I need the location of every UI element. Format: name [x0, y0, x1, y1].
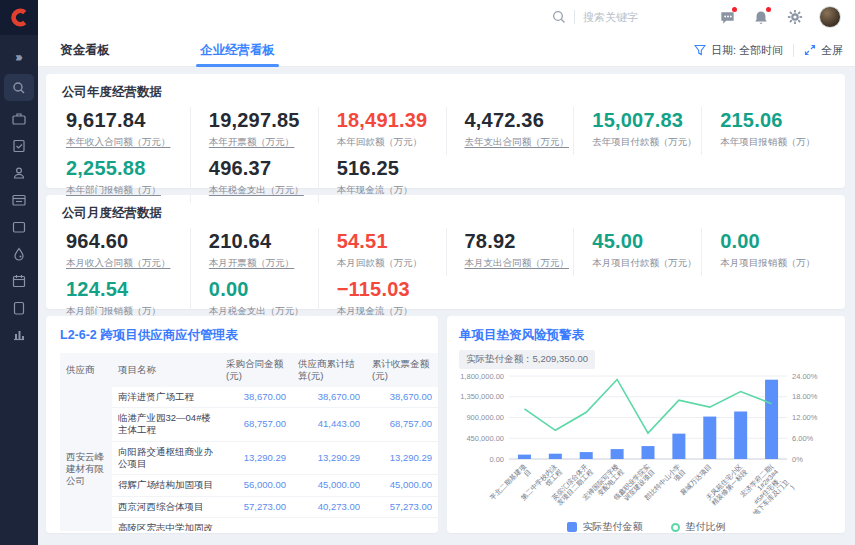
fullscreen-button[interactable]: 全屏: [804, 43, 843, 58]
topbar: [38, 0, 855, 34]
kpi-label[interactable]: 去年支出合同额（万元）: [465, 136, 574, 149]
kpi-item: 496.37本年税金支出（万元）: [190, 155, 318, 203]
kpi-value: 78.92: [465, 230, 574, 253]
sidebar-item-id-card[interactable]: [4, 186, 34, 213]
amount-cell: 38,670.00: [292, 387, 366, 408]
dashboard-tabbar: 资金看板 企业经营看板 日期: 全部时间: [38, 34, 855, 67]
bar: [611, 449, 624, 459]
table-row[interactable]: 得辉广场结构加固项目56,000.0045,000.0045,000.0033,…: [60, 475, 438, 496]
kpi-label[interactable]: 本月开票额（万元）: [209, 257, 318, 270]
legend-item-amount[interactable]: 实际垫付金额: [567, 520, 643, 533]
alerts-button[interactable]: [751, 7, 771, 27]
supplier-table-title: L2-6-2 跨项目供应商应付管理表: [60, 327, 438, 344]
kpi-item: 516.25本年现金流（万）: [318, 155, 446, 203]
table-header-cell: 项目名称: [112, 353, 220, 387]
annual-kpi-grid: 9,617.84本年收入合同额（万元）19,297.85本年开票额（万元）18,…: [62, 107, 829, 203]
advance-risk-chart[interactable]: 0.000%450,000.006.00%900,000.0012.00%1,3…: [459, 369, 825, 514]
bar: [734, 412, 747, 459]
messages-button[interactable]: [717, 7, 737, 27]
global-search[interactable]: [552, 10, 663, 24]
clipboard-check-icon: [11, 138, 27, 154]
bar: [642, 446, 655, 459]
gear-icon: [787, 9, 803, 25]
kpi-label[interactable]: 本年部门报销额（万）: [66, 184, 190, 197]
amount-cell: 45,000.00: [292, 475, 366, 496]
kpi-label[interactable]: 本年税金支出（万元）: [209, 184, 318, 197]
kpi-label: 本月项目付款额（万元）: [592, 257, 701, 270]
kpi-label[interactable]: 本月收入合同额（万元）: [66, 257, 190, 270]
sidebar-item-user-stamp[interactable]: [4, 159, 34, 186]
kpi-label[interactable]: 本年开票额（万元）: [209, 136, 318, 149]
project-name-cell: 临港产业园32—04#楼主体工程: [112, 408, 220, 442]
user-stamp-icon: [11, 165, 27, 181]
table-row[interactable]: 西京河西综合体项目57,273.0040,273.0057,273.0014,0…: [60, 496, 438, 517]
table-row[interactable]: 高陵区宏志中学加固改造工程620,800.00450,800.0020,000.…: [60, 518, 438, 531]
right-axis-tick: 24.00%: [792, 372, 818, 381]
table-row[interactable]: 临港产业园32—04#楼主体工程68,757.0041,443.0068,757…: [60, 408, 438, 442]
kpi-item: 0.00本月项目报销额（万）: [701, 228, 829, 276]
sidebar-item-ink-drop[interactable]: [4, 240, 34, 267]
project-name-cell: 南洋进贤广场工程: [112, 387, 220, 408]
amount-cell: 13,290.29: [292, 441, 366, 475]
advance-risk-card: 单项目垫资风险预警表 实际垫付金额：5,209,350.00 0.000%450…: [447, 316, 845, 533]
amount-cell: 13,290.29: [220, 441, 292, 475]
date-filter-button[interactable]: 日期: 全部时间: [694, 43, 783, 58]
sidebar-item-folder[interactable]: [4, 213, 34, 240]
divider: [574, 10, 575, 24]
app-root: »: [0, 0, 855, 545]
kpi-value: 124.54: [66, 278, 190, 301]
kpi-label[interactable]: 本月支出合同额（万元）: [465, 257, 574, 270]
briefcase-icon: [11, 111, 27, 127]
sidebar-item-expand[interactable]: »: [4, 43, 34, 70]
x-axis-label: 天风苑住宅小区精装修第一标段: [705, 463, 750, 508]
amount-cell: 68,757.00: [366, 408, 438, 442]
kpi-item: 2,255.88本年部门报销额（万）: [62, 155, 190, 203]
date-filter-label: 日期: 全部时间: [711, 43, 783, 58]
legend-item-ratio[interactable]: 垫付比例: [671, 520, 726, 533]
amount-cell: 38,670.00: [366, 387, 438, 408]
fullscreen-label: 全屏: [821, 43, 843, 58]
left-axis-tick: 1,350,000.00: [460, 392, 504, 401]
bar-legend-marker: [567, 522, 577, 532]
total-advance-badge: 实际垫付金额：5,209,350.00: [459, 350, 595, 369]
sidebar-item-chart-bars[interactable]: [4, 321, 34, 348]
user-avatar[interactable]: [819, 6, 841, 28]
sidebar-item-search[interactable]: [4, 74, 34, 101]
amount-cell: 57,273.00: [220, 496, 292, 517]
kpi-value: 54.51: [337, 230, 446, 253]
tab-funds-board[interactable]: 资金看板: [46, 34, 124, 67]
kpi-value: 0.00: [209, 278, 318, 301]
bar: [672, 434, 685, 459]
kpi-value: 964.60: [66, 230, 190, 253]
table-row[interactable]: 向阳路交通枢纽商业办公项目13,290.2913,290.2913,290.29…: [60, 441, 438, 475]
kpi-item: 964.60本月收入合同额（万元）: [62, 228, 190, 276]
kpi-value: 215.06: [720, 109, 829, 132]
table-row[interactable]: 西安云峰建材有限公司南洋进贤广场工程38,670.0038,670.0038,6…: [60, 387, 438, 408]
legend-label: 垫付比例: [686, 520, 726, 533]
sidebar-item-calendar[interactable]: [4, 267, 34, 294]
settings-button[interactable]: [785, 7, 805, 27]
app-logo[interactable]: [0, 0, 38, 35]
kpi-label: 去年项目付款额（万元）: [592, 136, 701, 149]
sidebar: »: [0, 0, 38, 545]
kpi-value: 19,297.85: [209, 109, 318, 132]
line-legend-marker: [671, 523, 680, 532]
logo-c-icon: [10, 8, 29, 27]
kpi-label[interactable]: 本年收入合同额（万元）: [66, 136, 190, 149]
kpi-item: 210.64本月开票额（万元）: [190, 228, 318, 276]
supplier-table-scroll[interactable]: 供应商项目名称采购合同金额(元)供应商累计结算(元)累计收票金额(元)累计付款金…: [60, 353, 438, 531]
amount-cell: 620,800.00: [220, 518, 292, 531]
tablet-icon: [11, 300, 27, 316]
tab-enterprise-board[interactable]: 企业经营看板: [186, 34, 289, 67]
supplier-cell: 西安云峰建材有限公司: [60, 387, 112, 531]
annual-section-title: 公司年度经营数据: [62, 84, 829, 101]
sidebar-item-briefcase[interactable]: [4, 105, 34, 132]
id-card-icon: [11, 192, 27, 208]
sidebar-item-clipboard-check[interactable]: [4, 132, 34, 159]
search-icon: [552, 10, 566, 24]
kpi-item: 19,297.85本年开票额（万元）: [190, 107, 318, 155]
search-input[interactable]: [583, 11, 663, 23]
expand-icon: [804, 44, 816, 56]
kpi-item: 78.92本月支出合同额（万元）: [446, 228, 574, 276]
sidebar-item-tablet[interactable]: [4, 294, 34, 321]
